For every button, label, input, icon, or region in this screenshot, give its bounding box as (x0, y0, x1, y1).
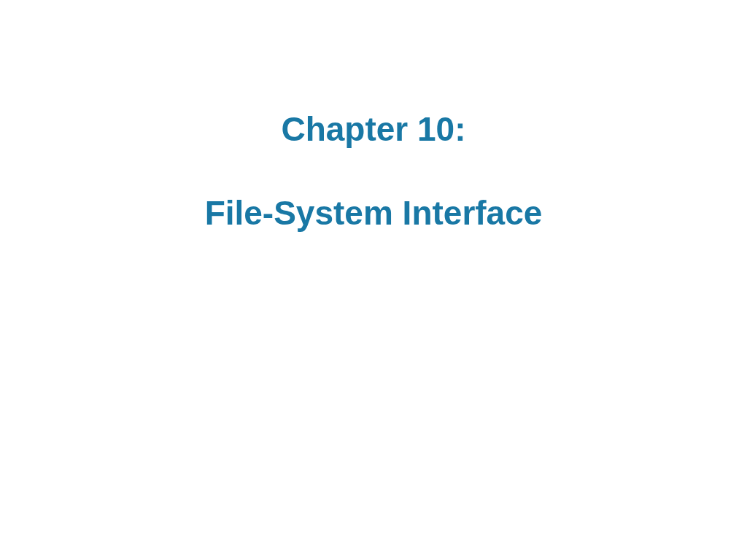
title-block: Chapter 10: File-System Interface (0, 109, 747, 233)
slide-container: Chapter 10: File-System Interface (0, 0, 747, 560)
chapter-heading: Chapter 10: (0, 109, 747, 149)
chapter-subtitle: File-System Interface (0, 193, 747, 233)
